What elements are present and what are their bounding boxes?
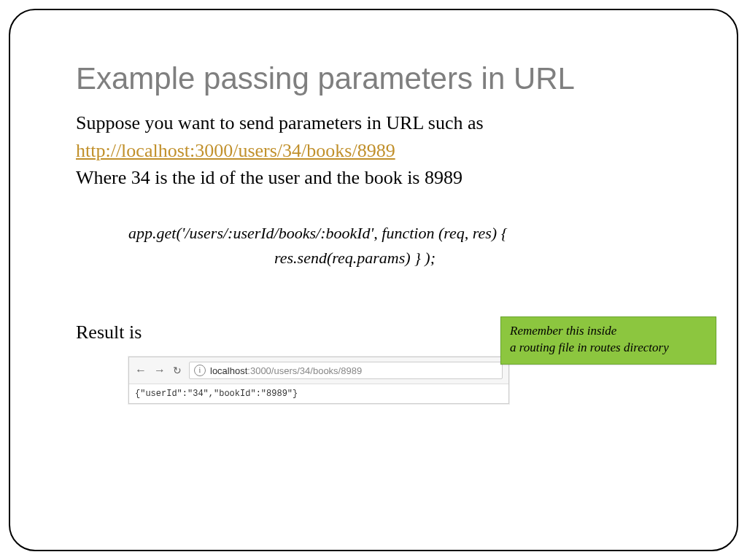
reload-icon[interactable]: ↻	[173, 365, 182, 376]
back-icon[interactable]: ←	[135, 365, 147, 376]
explain-line: Where 34 is the id of the user and the b…	[76, 164, 686, 192]
callout-note: Remember this inside a routing file in r…	[500, 316, 716, 365]
slide-frame: Example passing parameters in URL Suppos…	[9, 9, 738, 551]
slide-title: Example passing parameters in URL	[76, 61, 686, 96]
callout-line-1: Remember this inside	[510, 323, 707, 340]
info-icon: i	[194, 365, 206, 376]
address-path: :3000/users/34/books/8989	[247, 365, 362, 376]
intro-line: Suppose you want to send parameters in U…	[76, 109, 686, 137]
browser-page-body: {"userId":"34","bookId":"8989"}	[129, 384, 508, 403]
address-bar[interactable]: i localhost:3000/users/34/books/8989	[189, 362, 503, 379]
code-line-1: app.get('/users/:userId/books/:bookId', …	[128, 221, 686, 246]
browser-mock: ← → ↻ i localhost:3000/users/34/books/89…	[128, 357, 509, 404]
browser-toolbar: ← → ↻ i localhost:3000/users/34/books/89…	[129, 357, 508, 384]
code-line-2: res.send(req.params) } );	[128, 246, 686, 271]
callout-line-2: a routing file in routes directory	[510, 340, 707, 357]
address-host: localhost	[210, 365, 247, 376]
forward-icon[interactable]: →	[154, 365, 166, 376]
code-snippet: app.get('/users/:userId/books/:bookId', …	[128, 221, 686, 271]
intro-paragraph: Suppose you want to send parameters in U…	[76, 109, 686, 192]
example-url-link[interactable]: http://localhost:3000/users/34/books/898…	[76, 140, 395, 161]
